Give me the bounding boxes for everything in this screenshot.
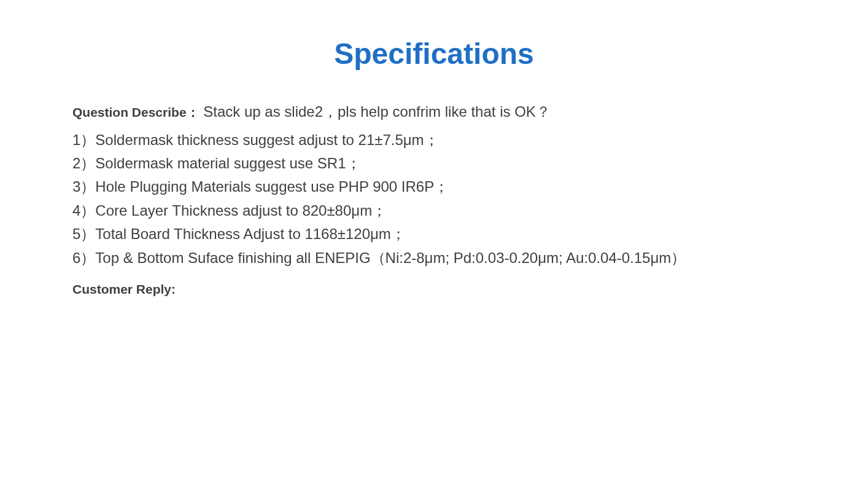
spec-item-4: 4）Core Layer Thickness adjust to 820±80μ… — [72, 199, 796, 222]
question-label: Question Describe： — [72, 105, 200, 119]
spec-item-2: 2）Soldermask material suggest use SR1； — [72, 152, 796, 175]
spec-item-1: 1）Soldermask thickness suggest adjust to… — [72, 128, 796, 152]
spec-item-3: 3）Hole Plugging Materials suggest use PH… — [72, 175, 796, 198]
customer-reply-label: Customer Reply: — [72, 282, 796, 297]
spec-item-6: 6）Top & Bottom Suface finishing all ENEP… — [72, 246, 796, 270]
question-describe-line: Question Describe： Stack up as slide2，pl… — [72, 101, 796, 122]
slide-container: Specifications Question Describe： Stack … — [0, 0, 868, 486]
content-block: Question Describe： Stack up as slide2，pl… — [72, 101, 796, 297]
question-text: Stack up as slide2，pls help confrim like… — [203, 103, 551, 120]
slide-title: Specifications — [72, 37, 796, 71]
spec-item-5: 5）Total Board Thickness Adjust to 1168±1… — [72, 222, 796, 246]
